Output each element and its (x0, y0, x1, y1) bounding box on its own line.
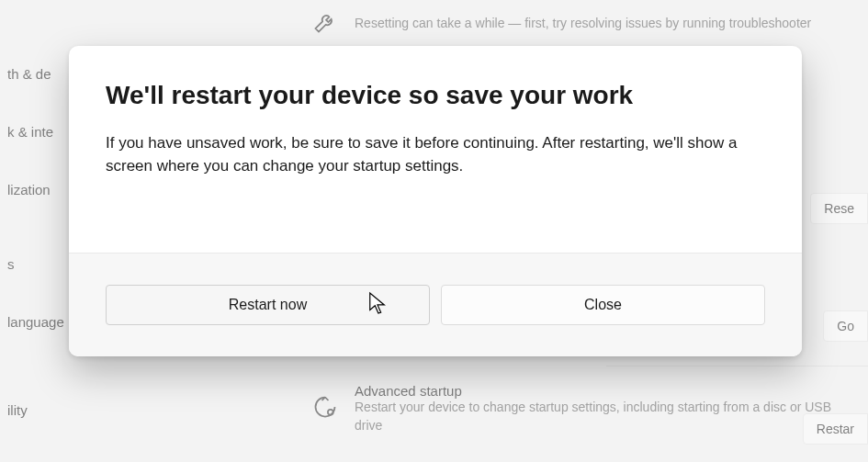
restart-confirmation-dialog: We'll restart your device so save your w… (69, 46, 802, 356)
restart-button-partial: Restar (803, 413, 868, 445)
svg-point-0 (328, 410, 333, 415)
dialog-footer: Restart now Close (69, 253, 802, 356)
setting-row-advanced-startup: Advanced startup Restart your device to … (294, 374, 868, 444)
restart-gear-icon (312, 394, 338, 423)
close-button[interactable]: Close (441, 285, 765, 325)
dialog-body: We'll restart your device so save your w… (69, 46, 802, 253)
wrench-icon (312, 9, 338, 39)
dialog-title: We'll restart your device so save your w… (106, 81, 765, 110)
setting-desc: Restart your device to change startup se… (355, 399, 850, 434)
sidebar-item: ility (0, 391, 83, 429)
reset-button-partial: Rese (810, 193, 868, 224)
go-button-partial: Go (823, 310, 868, 342)
setting-row-troubleshooter: Resetting can take a while — first, try … (294, 0, 868, 48)
setting-desc: Resetting can take a while — first, try … (355, 15, 850, 33)
setting-title: Advanced startup (355, 383, 850, 399)
restart-now-button[interactable]: Restart now (106, 285, 430, 325)
dialog-message: If you have unsaved work, be sure to sav… (106, 132, 749, 177)
